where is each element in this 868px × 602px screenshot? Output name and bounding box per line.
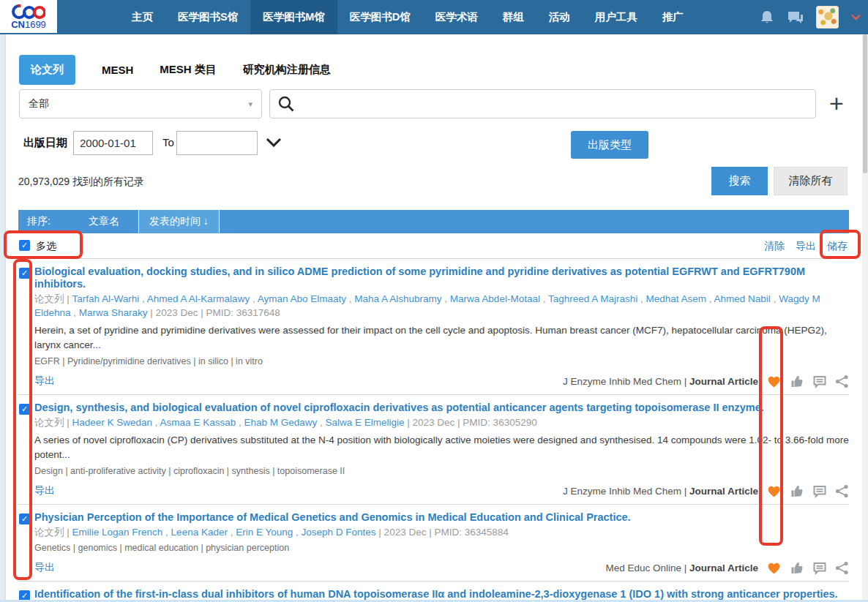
list-action-link[interactable]: 清除 [764, 240, 785, 253]
article-title[interactable]: Biological evaluation, docking studies, … [34, 266, 849, 290]
article-author[interactable]: Marwa Sharaky [79, 307, 148, 318]
article-title[interactable]: Identification of the first-in-class dua… [34, 588, 849, 601]
comment-icon[interactable] [812, 561, 827, 575]
favorite-heart-icon[interactable] [766, 561, 782, 575]
logo-text: CN1699 [11, 20, 46, 29]
tab[interactable]: MESH [102, 64, 133, 76]
article-title[interactable]: Design, synthesis, and biological evalua… [34, 402, 849, 414]
search-button[interactable]: 搜索 [711, 167, 768, 195]
article-item: ✓ Design, synthesis, and biological eval… [18, 395, 849, 505]
article-author[interactable]: Medhat Asem [646, 293, 707, 304]
article-author[interactable]: Asmaa E Kassab [160, 417, 236, 428]
article-author[interactable]: Maha A Alshubramy [354, 293, 441, 304]
share-icon[interactable] [835, 375, 849, 388]
site-logo[interactable]: CN1699 [0, 0, 57, 33]
nav-item[interactable]: 主页 [119, 0, 165, 34]
share-icon[interactable] [835, 561, 849, 575]
article-footer-right: Med Educ Online | Journal Article [605, 561, 849, 575]
nav-item[interactable]: 医学图书M馆 [250, 0, 337, 34]
sort-option[interactable]: 发表的时间 ↓ [138, 210, 220, 234]
article-author[interactable]: Ehab M Gedawy [244, 417, 317, 428]
comment-icon[interactable] [812, 375, 827, 388]
article-author[interactable]: Hadeer K Swedan [72, 417, 153, 428]
nav-item[interactable]: 群组 [490, 0, 536, 34]
nav-item[interactable]: 医学术语 [423, 0, 490, 34]
article-title[interactable]: Physician Perception of the Importance o… [34, 511, 849, 524]
account-chevron-down-icon[interactable] [851, 14, 861, 20]
date-from-input[interactable] [73, 131, 153, 155]
notifications-bell-icon[interactable] [760, 10, 774, 26]
search-field-select[interactable]: 全部 ▾ [19, 89, 262, 118]
article-author[interactable]: Erin E Young [236, 527, 293, 538]
left-window-strip [0, 34, 6, 602]
sort-bar: 排序: 文章名发表的时间 ↓ [18, 210, 849, 233]
tab[interactable]: 研究机构注册信息 [243, 63, 331, 77]
search-input[interactable] [301, 98, 808, 110]
nav-item[interactable]: 活动 [536, 0, 583, 34]
article-footer-right: J Enzyme Inhib Med Chem | Journal Articl… [563, 375, 849, 388]
nav-item[interactable]: 医学图书D馆 [337, 0, 423, 34]
date-to-input[interactable] [176, 131, 258, 155]
article-tags: Design | anti-proliferative activity | c… [34, 465, 849, 478]
article-item: ✓ Biological evaluation, docking studies… [18, 259, 849, 395]
nav-item[interactable]: 医学图书S馆 [165, 0, 250, 34]
article-author[interactable]: Ahmed Nabil [714, 293, 771, 304]
like-thumbs-up-icon[interactable] [790, 484, 804, 498]
user-avatar[interactable] [816, 6, 839, 29]
like-thumbs-up-icon[interactable] [790, 561, 804, 575]
select-chevron-icon: ▾ [248, 99, 252, 109]
article-checkbox[interactable]: ✓ [19, 404, 30, 415]
tab[interactable]: 论文列 [19, 55, 75, 85]
article-author[interactable]: Joseph D Fontes [302, 527, 376, 538]
article-checkbox[interactable]: ✓ [19, 268, 30, 279]
article-author[interactable]: Taghreed A Majrashi [548, 293, 637, 304]
clear-all-button[interactable]: 清除所有 [774, 167, 848, 195]
favorite-heart-icon[interactable] [766, 484, 782, 498]
multi-select-label: 多选 [36, 240, 56, 253]
search-icon [277, 95, 295, 113]
tab[interactable]: MESH 类目 [160, 63, 217, 77]
list-action-link[interactable]: 导出 [796, 240, 816, 253]
sort-options: 文章名发表的时间 ↓ [80, 210, 230, 234]
publication-type-button[interactable]: 出版类型 [571, 131, 648, 159]
article-export-link[interactable]: 导出 [34, 375, 55, 388]
article-author[interactable]: Leena Kader [171, 527, 228, 538]
section-tabs: 论文列MESHMESH 类目研究机构注册信息 [19, 55, 331, 85]
list-action-links: 清除导出储存 [764, 240, 848, 253]
article-author[interactable]: Marwa Abdel-Motaal [450, 293, 540, 304]
nav-right-cluster [760, 0, 861, 34]
favorite-heart-icon[interactable] [766, 375, 782, 388]
article-item: ✓ Physician Perception of the Importance… [18, 505, 849, 582]
article-author[interactable]: Salwa E Elmeligie [326, 417, 405, 428]
article-author[interactable]: Ayman Abo Elmaaty [258, 293, 346, 304]
top-navbar: CN1699 主页医学图书S馆医学图书M馆医学图书D馆医学术语群组活动用户工具推… [0, 0, 868, 34]
list-action-link[interactable]: 储存 [827, 240, 848, 253]
article-author[interactable]: Ahmed A Al-Karmalawy [147, 293, 250, 304]
article-export-link[interactable]: 导出 [34, 561, 55, 574]
publication-date-label: 出版日期 [23, 136, 67, 150]
search-box [269, 89, 816, 118]
article-journal: Med Educ Online | Journal Article [605, 563, 758, 573]
article-meta: 论文列 | Emilie Logan French , Leena Kader … [34, 525, 849, 539]
vertical-scrollbar[interactable] [862, 34, 868, 602]
share-icon[interactable] [835, 484, 849, 498]
article-export-link[interactable]: 导出 [34, 484, 55, 497]
article-checkbox[interactable]: ✓ [19, 513, 30, 524]
messages-chat-icon[interactable] [787, 10, 804, 25]
like-thumbs-up-icon[interactable] [790, 375, 804, 388]
article-item: ✓ Identification of the first-in-class d… [18, 582, 849, 602]
article-tags: EGFR | Pyridine/pyrimidine derivatives |… [34, 355, 849, 368]
date-expand-chevron-icon[interactable] [266, 137, 282, 150]
sort-option[interactable]: 文章名 [80, 210, 128, 233]
scrollbar-thumb[interactable] [863, 34, 867, 173]
article-footer: 导出 J Enzyme Inhib Med Chem | Journal Art… [34, 372, 849, 391]
nav-item[interactable]: 推广 [650, 0, 696, 34]
nav-item[interactable]: 用户工具 [583, 0, 650, 34]
multi-select-checkbox[interactable]: ✓ [19, 240, 30, 251]
comment-icon[interactable] [812, 484, 827, 498]
add-search-row-button[interactable]: + [824, 91, 849, 117]
logo-icon [12, 4, 45, 20]
article-author[interactable]: Emilie Logan French [72, 527, 163, 538]
article-author[interactable]: Tarfah Al-Warhi [72, 293, 140, 304]
article-tags: Genetics | genomics | medical education … [34, 542, 849, 554]
